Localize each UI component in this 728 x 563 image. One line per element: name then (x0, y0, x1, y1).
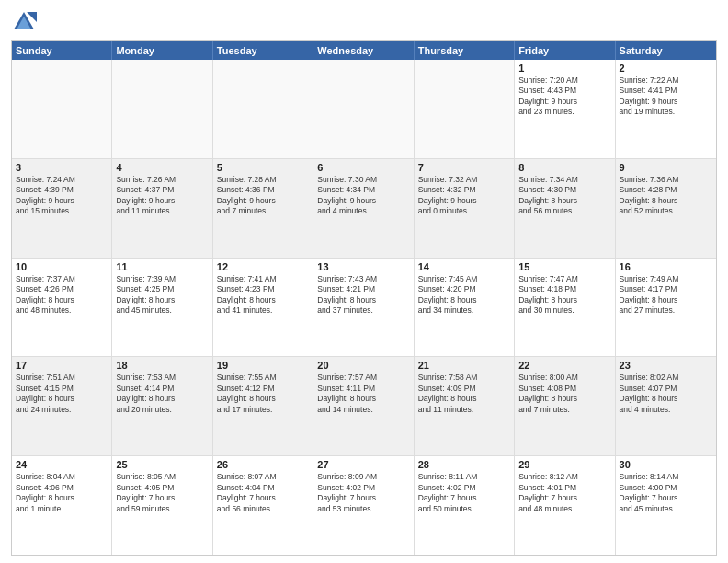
calendar-cell-r0-c3 (313, 60, 414, 158)
calendar-row-3: 17Sunrise: 7:51 AM Sunset: 4:15 PM Dayli… (12, 357, 716, 456)
weekday-header-tuesday: Tuesday (213, 41, 313, 60)
calendar-cell-r2-c0: 10Sunrise: 7:37 AM Sunset: 4:26 PM Dayli… (12, 259, 112, 357)
calendar-cell-r4-c4: 28Sunrise: 8:11 AM Sunset: 4:02 PM Dayli… (415, 456, 515, 555)
day-info: Sunrise: 7:45 AM Sunset: 4:20 PM Dayligh… (418, 274, 510, 316)
day-number: 7 (418, 162, 510, 173)
calendar-cell-r0-c6: 2Sunrise: 7:22 AM Sunset: 4:41 PM Daylig… (616, 60, 716, 158)
calendar-cell-r3-c1: 18Sunrise: 7:53 AM Sunset: 4:14 PM Dayli… (112, 357, 212, 455)
day-number: 2 (620, 63, 712, 74)
weekday-header-thursday: Thursday (415, 41, 515, 60)
day-info: Sunrise: 8:00 AM Sunset: 4:08 PM Dayligh… (518, 373, 610, 415)
weekday-header-saturday: Saturday (616, 41, 716, 60)
day-number: 10 (16, 261, 108, 272)
day-info: Sunrise: 8:04 AM Sunset: 4:06 PM Dayligh… (16, 472, 108, 514)
calendar-cell-r3-c6: 23Sunrise: 8:02 AM Sunset: 4:07 PM Dayli… (616, 357, 716, 455)
logo (11, 9, 40, 35)
day-info: Sunrise: 7:20 AM Sunset: 4:43 PM Dayligh… (518, 75, 610, 118)
calendar-cell-r0-c4 (415, 60, 515, 158)
calendar-cell-r4-c3: 27Sunrise: 8:09 AM Sunset: 4:02 PM Dayli… (313, 456, 414, 555)
calendar-cell-r0-c0 (12, 60, 112, 158)
calendar-cell-r3-c0: 17Sunrise: 7:51 AM Sunset: 4:15 PM Dayli… (12, 357, 112, 455)
calendar-cell-r3-c4: 21Sunrise: 7:58 AM Sunset: 4:09 PM Dayli… (415, 357, 515, 455)
calendar-body: 1Sunrise: 7:20 AM Sunset: 4:43 PM Daylig… (12, 60, 716, 555)
calendar-cell-r1-c6: 9Sunrise: 7:36 AM Sunset: 4:28 PM Daylig… (616, 159, 716, 258)
day-number: 21 (418, 360, 510, 371)
weekday-header-sunday: Sunday (12, 41, 112, 60)
calendar-cell-r2-c1: 11Sunrise: 7:39 AM Sunset: 4:25 PM Dayli… (112, 259, 212, 357)
day-number: 22 (518, 360, 610, 371)
day-number: 15 (518, 261, 610, 272)
calendar-cell-r3-c3: 20Sunrise: 7:57 AM Sunset: 4:11 PM Dayli… (313, 357, 414, 455)
calendar-row-4: 24Sunrise: 8:04 AM Sunset: 4:06 PM Dayli… (12, 456, 716, 555)
day-info: Sunrise: 8:09 AM Sunset: 4:02 PM Dayligh… (317, 472, 409, 514)
day-info: Sunrise: 7:28 AM Sunset: 4:36 PM Dayligh… (217, 175, 309, 217)
day-info: Sunrise: 7:36 AM Sunset: 4:28 PM Dayligh… (620, 175, 712, 217)
calendar: SundayMondayTuesdayWednesdayThursdayFrid… (11, 40, 717, 556)
day-number: 20 (317, 360, 409, 371)
calendar-cell-r2-c5: 15Sunrise: 7:47 AM Sunset: 4:18 PM Dayli… (515, 259, 615, 357)
header (11, 9, 717, 35)
calendar-cell-r2-c6: 16Sunrise: 7:49 AM Sunset: 4:17 PM Dayli… (616, 259, 716, 357)
calendar-cell-r4-c1: 25Sunrise: 8:05 AM Sunset: 4:05 PM Dayli… (112, 456, 212, 555)
calendar-cell-r1-c3: 6Sunrise: 7:30 AM Sunset: 4:34 PM Daylig… (313, 159, 414, 258)
day-number: 5 (217, 162, 309, 173)
day-info: Sunrise: 8:14 AM Sunset: 4:00 PM Dayligh… (620, 472, 712, 514)
day-number: 27 (317, 459, 409, 470)
day-info: Sunrise: 7:43 AM Sunset: 4:21 PM Dayligh… (317, 274, 409, 316)
day-info: Sunrise: 7:47 AM Sunset: 4:18 PM Dayligh… (518, 274, 610, 316)
day-number: 24 (16, 459, 108, 470)
day-number: 26 (217, 459, 309, 470)
calendar-cell-r4-c5: 29Sunrise: 8:12 AM Sunset: 4:01 PM Dayli… (515, 456, 615, 555)
calendar-cell-r1-c2: 5Sunrise: 7:28 AM Sunset: 4:36 PM Daylig… (213, 159, 313, 258)
day-info: Sunrise: 8:05 AM Sunset: 4:05 PM Dayligh… (116, 472, 208, 514)
calendar-row-0: 1Sunrise: 7:20 AM Sunset: 4:43 PM Daylig… (12, 60, 716, 159)
page: SundayMondayTuesdayWednesdayThursdayFrid… (0, 0, 728, 563)
day-info: Sunrise: 8:11 AM Sunset: 4:02 PM Dayligh… (418, 472, 510, 514)
calendar-cell-r3-c5: 22Sunrise: 8:00 AM Sunset: 4:08 PM Dayli… (515, 357, 615, 455)
day-number: 17 (16, 360, 108, 371)
day-number: 1 (518, 63, 610, 74)
calendar-cell-r4-c2: 26Sunrise: 8:07 AM Sunset: 4:04 PM Dayli… (213, 456, 313, 555)
calendar-cell-r4-c6: 30Sunrise: 8:14 AM Sunset: 4:00 PM Dayli… (616, 456, 716, 555)
day-info: Sunrise: 8:02 AM Sunset: 4:07 PM Dayligh… (620, 373, 712, 415)
day-number: 18 (116, 360, 208, 371)
calendar-cell-r1-c1: 4Sunrise: 7:26 AM Sunset: 4:37 PM Daylig… (112, 159, 212, 258)
day-number: 12 (217, 261, 309, 272)
weekday-header-wednesday: Wednesday (313, 41, 414, 60)
calendar-cell-r1-c0: 3Sunrise: 7:24 AM Sunset: 4:39 PM Daylig… (12, 159, 112, 258)
day-info: Sunrise: 7:22 AM Sunset: 4:41 PM Dayligh… (620, 75, 712, 118)
day-number: 23 (620, 360, 712, 371)
calendar-cell-r0-c5: 1Sunrise: 7:20 AM Sunset: 4:43 PM Daylig… (515, 60, 615, 158)
day-number: 29 (518, 459, 610, 470)
calendar-cell-r2-c2: 12Sunrise: 7:41 AM Sunset: 4:23 PM Dayli… (213, 259, 313, 357)
day-number: 19 (217, 360, 309, 371)
day-info: Sunrise: 7:39 AM Sunset: 4:25 PM Dayligh… (116, 274, 208, 316)
day-info: Sunrise: 7:34 AM Sunset: 4:30 PM Dayligh… (518, 175, 610, 217)
day-info: Sunrise: 7:26 AM Sunset: 4:37 PM Dayligh… (116, 175, 208, 217)
weekday-header-friday: Friday (515, 41, 615, 60)
calendar-cell-r3-c2: 19Sunrise: 7:55 AM Sunset: 4:12 PM Dayli… (213, 357, 313, 455)
day-info: Sunrise: 7:24 AM Sunset: 4:39 PM Dayligh… (16, 175, 108, 217)
day-number: 14 (418, 261, 510, 272)
calendar-cell-r0-c1 (112, 60, 212, 158)
day-number: 8 (518, 162, 610, 173)
day-info: Sunrise: 7:30 AM Sunset: 4:34 PM Dayligh… (317, 175, 409, 217)
day-info: Sunrise: 7:55 AM Sunset: 4:12 PM Dayligh… (217, 373, 309, 415)
day-number: 11 (116, 261, 208, 272)
calendar-cell-r0-c2 (213, 60, 313, 158)
day-info: Sunrise: 7:49 AM Sunset: 4:17 PM Dayligh… (620, 274, 712, 316)
day-number: 6 (317, 162, 409, 173)
calendar-cell-r1-c4: 7Sunrise: 7:32 AM Sunset: 4:32 PM Daylig… (415, 159, 515, 258)
calendar-header: SundayMondayTuesdayWednesdayThursdayFrid… (12, 41, 716, 60)
day-info: Sunrise: 7:58 AM Sunset: 4:09 PM Dayligh… (418, 373, 510, 415)
calendar-row-1: 3Sunrise: 7:24 AM Sunset: 4:39 PM Daylig… (12, 159, 716, 259)
day-info: Sunrise: 7:32 AM Sunset: 4:32 PM Dayligh… (418, 175, 510, 217)
day-number: 16 (620, 261, 712, 272)
calendar-cell-r2-c3: 13Sunrise: 7:43 AM Sunset: 4:21 PM Dayli… (313, 259, 414, 357)
day-info: Sunrise: 7:37 AM Sunset: 4:26 PM Dayligh… (16, 274, 108, 316)
day-number: 4 (116, 162, 208, 173)
day-info: Sunrise: 7:41 AM Sunset: 4:23 PM Dayligh… (217, 274, 309, 316)
day-info: Sunrise: 7:57 AM Sunset: 4:11 PM Dayligh… (317, 373, 409, 415)
day-number: 13 (317, 261, 409, 272)
calendar-row-2: 10Sunrise: 7:37 AM Sunset: 4:26 PM Dayli… (12, 259, 716, 358)
